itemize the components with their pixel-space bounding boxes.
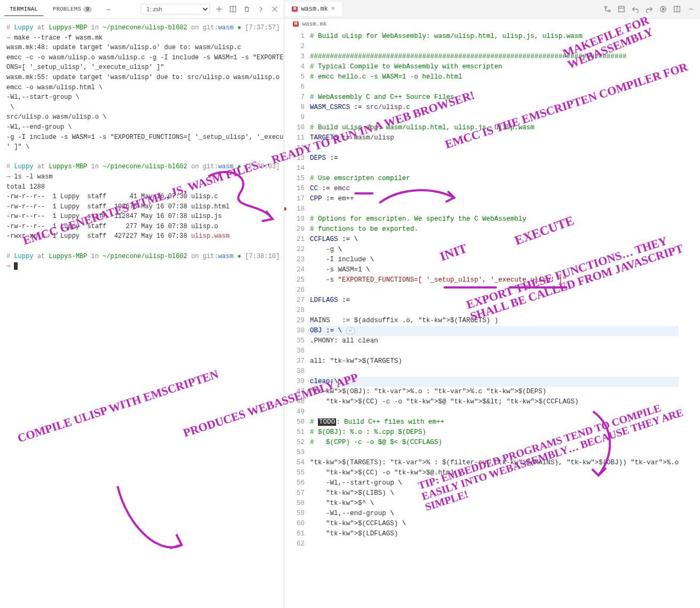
- chevron-right-icon[interactable]: [256, 4, 266, 14]
- split-terminal-icon[interactable]: [228, 4, 238, 14]
- editor-tab-bar: M wasm.mk × ⋯: [284, 0, 700, 19]
- redo-icon[interactable]: [644, 4, 654, 14]
- kill-terminal-icon[interactable]: [242, 4, 252, 14]
- svg-rect-3: [619, 6, 625, 12]
- editor-tab-wasmmk[interactable]: M wasm.mk ×: [284, 2, 343, 16]
- editor-tab-label: wasm.mk: [301, 5, 328, 13]
- editor-actions: ⋯: [603, 4, 700, 14]
- tab-terminal[interactable]: TERMINAL: [4, 3, 43, 16]
- code-content[interactable]: # Build uLisp for WebAssembly: wasm/ulis…: [310, 29, 679, 608]
- editor-panel: M wasm.mk × ⋯ M wasm.mk 1234567891011121…: [284, 0, 700, 608]
- terminal-output[interactable]: # Luppy at Luppys-MBP in ~/pinecone/ulis…: [0, 19, 284, 608]
- terminal-shell-select[interactable]: 1: zsh: [141, 4, 210, 14]
- split-editor-icon[interactable]: [672, 4, 682, 14]
- tab-problems-label: PROBLEMS: [53, 6, 81, 12]
- close-tab-icon[interactable]: ×: [331, 5, 335, 13]
- svg-point-1: [605, 6, 607, 9]
- close-panel-icon[interactable]: [270, 4, 279, 14]
- more-actions-icon[interactable]: ⋯: [686, 4, 696, 14]
- editor-breadcrumb[interactable]: M wasm.mk: [284, 19, 700, 29]
- line-number-gutter: 1234567891011121314151617181920212223242…: [284, 29, 310, 608]
- panel-tab-bar: TERMINAL PROBLEMS 9 ⋯ 1: zsh: [0, 0, 284, 19]
- breadcrumb-label: wasm.mk: [302, 21, 326, 27]
- git-compare-icon[interactable]: [603, 4, 612, 14]
- run-icon[interactable]: [658, 4, 668, 14]
- tab-overflow[interactable]: ⋯: [102, 3, 116, 16]
- makefile-icon: M: [293, 21, 299, 27]
- undo-icon[interactable]: [631, 4, 640, 14]
- problems-count-badge: 9: [83, 6, 92, 12]
- makefile-icon: M: [292, 6, 298, 12]
- tab-problems[interactable]: PROBLEMS 9: [48, 3, 97, 15]
- editor-body[interactable]: 1234567891011121314151617181920212223242…: [284, 29, 700, 608]
- svg-point-2: [609, 10, 611, 12]
- open-preview-icon[interactable]: [617, 4, 626, 14]
- new-terminal-icon[interactable]: [214, 4, 224, 14]
- terminal-panel: TERMINAL PROBLEMS 9 ⋯ 1: zsh # Luppy at …: [0, 0, 284, 608]
